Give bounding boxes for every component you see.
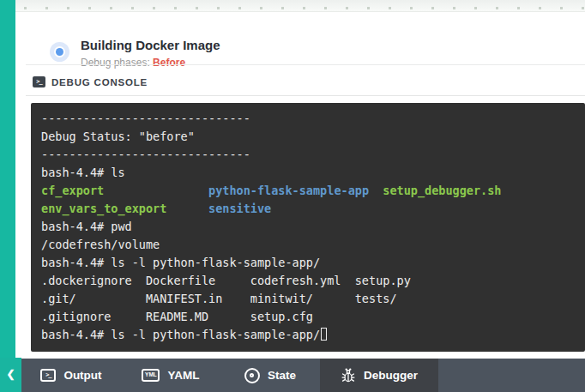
step-title: Building Docker Image bbox=[81, 38, 220, 52]
debug-console-title: DEBUG CONSOLE bbox=[51, 77, 148, 87]
step-status-icon bbox=[50, 42, 69, 62]
terminal-line: .dockerignore Dockerfile codefresh.yml s… bbox=[41, 272, 575, 290]
bug-icon bbox=[341, 368, 356, 383]
terminal-line: cf_export python-flask-sample-app setup_… bbox=[41, 182, 575, 200]
collapse-panel-button[interactable]: ❮ bbox=[0, 358, 21, 392]
debug-phases-label: Debug phases: bbox=[81, 57, 150, 69]
terminal-line: env_vars_to_export sensitive bbox=[41, 200, 575, 218]
terminal-icon: >_ bbox=[33, 76, 45, 87]
bottom-tab-bar: >_ Output YML YAML State bbox=[21, 359, 585, 392]
terminal-line: /codefresh/volume bbox=[41, 236, 575, 254]
terminal-line: .git/ MANIFEST.in minitwit/ tests/ bbox=[41, 290, 575, 308]
terminal-output: ------------------------------Debug Stat… bbox=[41, 110, 575, 344]
terminal-line: bash-4.4# ls bbox=[41, 164, 575, 182]
terminal-line: .gitignore README.MD setup.cfg bbox=[41, 308, 575, 326]
tab-label: Output bbox=[63, 369, 101, 382]
terminal-line: bash-4.4# ls -l python-flask-sample-app/ bbox=[41, 254, 575, 272]
console-divider bbox=[26, 95, 585, 96]
terminal-line: Debug Status: "before" bbox=[41, 128, 575, 146]
tab-label: Debugger bbox=[364, 369, 418, 382]
chevron-left-icon: ❮ bbox=[6, 368, 15, 380]
header-divider bbox=[26, 64, 585, 65]
tab-yaml[interactable]: YML YAML bbox=[121, 359, 220, 392]
pipeline-steps-strip bbox=[15, 0, 585, 12]
step-subtitle: Debug phases: Before bbox=[81, 57, 185, 69]
debug-terminal[interactable]: ------------------------------Debug Stat… bbox=[31, 103, 585, 352]
yaml-icon: YML bbox=[142, 369, 160, 382]
step-status-dot bbox=[56, 48, 63, 56]
terminal-line: bash-4.4# pwd bbox=[41, 218, 575, 236]
state-icon bbox=[244, 368, 260, 383]
tab-state[interactable]: State bbox=[220, 359, 320, 392]
terminal-cursor bbox=[321, 328, 327, 341]
terminal-line: ------------------------------ bbox=[41, 146, 575, 164]
tab-output[interactable]: >_ Output bbox=[21, 359, 121, 392]
terminal-icon: >_ bbox=[40, 369, 56, 382]
debug-phase-value: Before bbox=[153, 57, 185, 69]
tab-debugger[interactable]: Debugger bbox=[320, 359, 438, 392]
tab-label: YAML bbox=[167, 369, 199, 382]
terminal-line: bash-4.4# ls -l python-flask-sample-app/ bbox=[41, 326, 575, 344]
step-header: Building Docker Image Debug phases: Befo… bbox=[15, 12, 585, 64]
tab-label: State bbox=[268, 369, 296, 382]
sidebar-rail bbox=[0, 0, 15, 392]
terminal-line: ------------------------------ bbox=[41, 110, 575, 128]
